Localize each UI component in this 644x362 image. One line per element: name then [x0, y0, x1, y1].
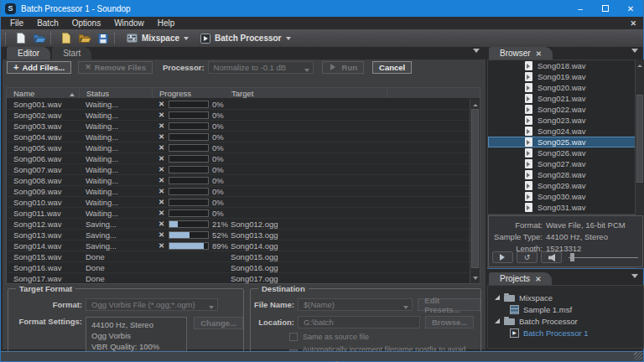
list-item[interactable]: Song021.wav [488, 93, 643, 104]
panel-menu-icon[interactable] [631, 274, 638, 282]
panel-menu-icon[interactable] [631, 49, 638, 56]
cancel-row-icon[interactable]: ✕ [158, 220, 167, 228]
toolbar-grip[interactable] [5, 33, 8, 44]
run-button[interactable]: Run [322, 61, 364, 74]
cancel-row-icon[interactable]: ✕ [158, 100, 167, 108]
expand-triangle-icon[interactable] [495, 318, 500, 323]
tab-close-icon[interactable]: ✕ [535, 275, 541, 283]
menu-file[interactable]: File [3, 18, 30, 28]
open-file-button[interactable] [30, 31, 49, 46]
table-row[interactable]: Song010.wavWaiting...✕0% [7, 197, 470, 208]
tree-item[interactable]: Batch Processor [488, 315, 643, 327]
tab-projects[interactable]: Projects✕ [489, 272, 552, 285]
change-button[interactable]: Change... [194, 317, 243, 329]
list-item[interactable]: Song030.wav [488, 191, 643, 202]
cancel-row-icon[interactable]: ✕ [158, 143, 167, 152]
new-project-button[interactable] [57, 31, 75, 46]
cancel-row-icon[interactable]: ✕ [158, 165, 167, 173]
list-item[interactable]: Song026.wav [488, 147, 643, 158]
table-row[interactable]: Song015.wavDoneSong015.ogg [7, 251, 470, 262]
table-row[interactable]: Song007.wavWaiting...✕0% [7, 164, 470, 175]
column-header-name[interactable]: Name [7, 88, 79, 98]
table-row[interactable]: Song013.wavSaving...✕52%Song013.ogg [7, 230, 470, 240]
browse-button[interactable]: Browse... [425, 316, 474, 328]
location-input[interactable]: G:\batch [298, 316, 420, 328]
scroll-up-icon[interactable] [470, 100, 480, 108]
column-header-target[interactable]: Target [231, 88, 387, 98]
scrollbar-thumb[interactable] [636, 95, 643, 183]
list-item[interactable]: Song022.wav [488, 104, 643, 115]
resize-grip[interactable] [634, 352, 642, 360]
tree-item[interactable]: ▶Batch Processor 1 [488, 327, 643, 339]
cancel-button[interactable]: Cancel [372, 61, 412, 74]
loop-button[interactable]: ↺ [517, 251, 538, 263]
batch-processor-dropdown-button[interactable]: Batch Processor [195, 31, 296, 46]
minimize-button[interactable]: – [568, 0, 593, 17]
table-row[interactable]: Song002.wavWaiting...✕0% [7, 110, 470, 121]
cancel-row-icon[interactable]: ✕ [158, 111, 167, 119]
table-row[interactable]: Song009.wavWaiting...✕0% [7, 186, 470, 197]
table-row[interactable]: Song003.wavWaiting...✕0% [7, 121, 470, 132]
list-item[interactable]: Song018.wav [488, 60, 643, 71]
table-row[interactable]: Song008.wavWaiting...✕0% [7, 175, 470, 186]
list-item[interactable]: Song024.wav [488, 126, 643, 137]
menu-batch[interactable]: Batch [30, 18, 65, 28]
list-item[interactable]: Song020.wav [488, 82, 643, 93]
list-item[interactable]: Song023.wav [488, 115, 643, 126]
format-select[interactable]: Ogg Vorbis File (*.ogg;*.ogm) [86, 298, 218, 311]
play-preview-button[interactable] [492, 251, 513, 263]
tab-editor[interactable]: Editor [7, 47, 50, 59]
toolbar-grip[interactable] [114, 33, 117, 44]
document-close-icon[interactable]: ✕ [623, 19, 643, 28]
speaker-button[interactable] [541, 251, 562, 263]
cancel-row-icon[interactable]: ✕ [158, 176, 167, 184]
menu-options[interactable]: Options [65, 18, 107, 28]
scrollbar-thumb[interactable] [471, 109, 479, 268]
add-files-button[interactable]: +Add Files... [7, 61, 71, 74]
list-item[interactable]: Song027.wav [488, 158, 643, 169]
remove-files-button[interactable]: ✕Remove Files [78, 61, 153, 74]
column-header-status[interactable]: Status [79, 88, 152, 98]
list-item[interactable]: Song019.wav [488, 71, 643, 82]
close-button[interactable]: ✕ [618, 0, 643, 17]
table-row[interactable]: Song016.wavDoneSong016.ogg [7, 262, 470, 273]
cancel-row-icon[interactable]: ✕ [158, 132, 167, 141]
list-item[interactable]: Song025.wav [488, 137, 643, 147]
list-item[interactable]: Song029.wav [488, 180, 643, 191]
slider-thumb[interactable] [570, 253, 574, 261]
maximize-button[interactable] [593, 0, 618, 17]
table-row[interactable]: Song017.wavDoneSong017.ogg [7, 273, 470, 283]
table-row[interactable]: Song011.wavWaiting...✕0% [7, 208, 470, 219]
same-as-source-checkbox[interactable] [289, 333, 298, 341]
tab-start[interactable]: Start [52, 47, 91, 59]
cancel-row-icon[interactable]: ✕ [158, 241, 167, 250]
table-row[interactable]: Song014.wavSaving...✕89%Song014.ogg [7, 240, 470, 251]
table-row[interactable]: Song001.wavWaiting...✕0% [7, 99, 470, 110]
table-row[interactable]: Song004.wavWaiting...✕0% [7, 132, 470, 142]
cancel-row-icon[interactable]: ✕ [158, 198, 167, 206]
table-row[interactable]: Song006.wavWaiting...✕0% [7, 153, 470, 164]
tree-item[interactable]: Sample 1.msf [488, 303, 643, 315]
menu-help[interactable]: Help [151, 18, 182, 28]
expand-triangle-icon[interactable] [495, 295, 500, 300]
table-row[interactable]: Song005.wavWaiting...✕0% [7, 142, 470, 153]
cancel-row-icon[interactable]: ✕ [158, 187, 167, 195]
preview-position-slider[interactable] [569, 251, 638, 263]
scroll-up-icon[interactable] [636, 60, 644, 69]
tree-item[interactable]: Mixspace [488, 292, 643, 303]
list-item[interactable]: Song028.wav [488, 169, 643, 180]
panel-menu-icon[interactable] [473, 49, 480, 56]
new-file-button[interactable] [12, 31, 30, 46]
menu-window[interactable]: Window [107, 18, 151, 28]
cancel-row-icon[interactable]: ✕ [158, 122, 167, 130]
table-row[interactable]: Song012.wavSaving...✕21%Song012.ogg [7, 219, 470, 230]
cancel-row-icon[interactable]: ✕ [158, 209, 167, 217]
save-button[interactable] [94, 31, 112, 46]
edit-presets-button[interactable]: Edit Presets... [418, 298, 480, 311]
list-item[interactable]: Song031.wav [488, 202, 643, 213]
toolbar-grip[interactable] [50, 33, 54, 44]
mixspace-dropdown-button[interactable]: Mixspace [121, 31, 195, 46]
tab-close-icon[interactable]: ✕ [536, 49, 542, 58]
open-project-button[interactable] [75, 31, 94, 46]
table-scrollbar[interactable] [470, 99, 480, 283]
